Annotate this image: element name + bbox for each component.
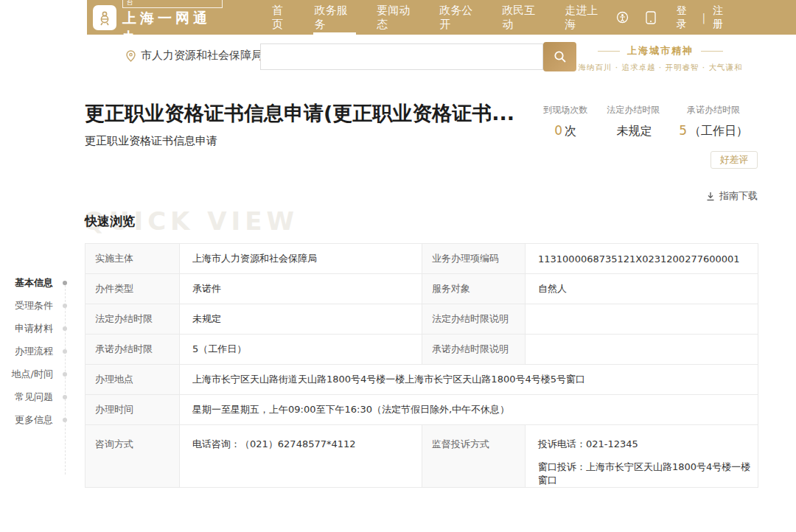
sidebar-dot (63, 326, 67, 331)
sidebar-item-basic-info[interactable]: 基本信息 (0, 271, 73, 294)
table-row: 办理时间 星期一至星期五，上午09:00至下午16:30（法定节假日除外,中午不… (85, 395, 758, 425)
quick-view-heading: 快速浏览 (85, 213, 135, 230)
sidebar-item-label: 常见问题 (15, 391, 53, 402)
cell-label: 办理时间 (85, 395, 180, 425)
stat-label: 承诺办结时限 (679, 104, 748, 116)
sidebar-item-faq[interactable]: 常见问题 (0, 385, 73, 408)
stat-value: 0次 (543, 123, 587, 139)
agency-name: 市人力资源和社会保障局 (141, 49, 262, 63)
guide-download-label: 指南下载 (719, 189, 758, 203)
spirit-line-left (598, 51, 620, 52)
quick-view-table: 实施主体 上海市人力资源和社会保障局 业务办理项编码 1131000068735… (85, 243, 758, 488)
logo-mascot-icon (93, 5, 116, 30)
accessibility-icon[interactable] (616, 11, 629, 24)
sidebar-item-label: 办理流程 (15, 346, 53, 357)
search-input[interactable] (260, 43, 543, 70)
cell-label: 承诺办结时限说明 (422, 335, 526, 365)
national-platform-badge: 全国一体化在线政务服务平台 (122, 0, 223, 8)
page: 全国一体化在线政务服务平台 上海一网通办 首页 政务服务 要闻动态 政务公开 政… (0, 0, 796, 532)
cell-label: 法定办结时限 (85, 304, 180, 335)
spirit-line-right (701, 51, 723, 52)
table-row: 咨询方式 电话咨询：（021）62748577*4112 监督投诉方式 投诉电话… (85, 425, 758, 488)
search-section: 市人力资源和社会保障局 上海城市精神 海纳百川 · 追求卓越 · 开明睿智 · … (87, 42, 796, 73)
cell-label: 法定办结时限说明 (422, 304, 526, 335)
nav-item-government-services[interactable]: 政务服务 (303, 0, 366, 35)
table-row: 承诺办结时限 5（工作日） 承诺办结时限说明 (85, 335, 758, 365)
login-link[interactable]: 登录 (677, 4, 695, 31)
sidebar-item-label: 申请材料 (15, 323, 53, 334)
nav-item-public-interaction[interactable]: 政民互动 (491, 0, 554, 35)
cell-value: 电话咨询：（021）62748577*4112 (180, 425, 422, 488)
table-row: 实施主体 上海市人力资源和社会保障局 业务办理项编码 1131000068735… (85, 244, 758, 274)
cell-value: 未规定 (180, 304, 422, 335)
register-link[interactable]: 注册 (713, 4, 731, 31)
nav-item-enter-shanghai[interactable]: 走进上海 (554, 0, 616, 35)
cell-value: 上海市长宁区天山路街道天山路1800号4号楼一楼上海市长宁区天山路1800号4号… (180, 365, 758, 395)
cell-label: 办件类型 (85, 274, 180, 304)
complaint-window: 窗口投诉：上海市长宁区天山路1800号4号楼一楼窗口 (538, 461, 758, 487)
cell-value-multiline: 投诉电话：021-12345 窗口投诉：上海市长宁区天山路1800号4号楼一楼窗… (526, 425, 758, 488)
sidebar-dot (63, 281, 67, 285)
service-title: 更正职业资格证书信息申请(更正职业资格证书... (85, 100, 527, 127)
cell-label: 监督投诉方式 (422, 425, 526, 488)
cell-label: 咨询方式 (85, 425, 180, 488)
cell-value: 承诺件 (180, 274, 422, 304)
cell-value: 5（工作日） (180, 335, 422, 365)
cell-value (526, 335, 758, 365)
city-spirit-title: 上海城市精神 (627, 44, 694, 57)
sidebar-item-more-info[interactable]: 更多信息 (0, 408, 73, 431)
cell-value (526, 304, 758, 335)
sidebar-dot (63, 304, 67, 308)
stat-value: 未规定 (607, 123, 660, 139)
table-row: 办理地点 上海市长宁区天山路街道天山路1800号4号楼一楼上海市长宁区天山路18… (85, 365, 758, 395)
sidebar-item-application-materials[interactable]: 申请材料 (0, 317, 73, 340)
stat-unit: 次 (565, 124, 576, 138)
stat-label: 法定办结时限 (607, 104, 660, 116)
cell-label: 办理地点 (85, 365, 180, 395)
sidebar-dot (63, 395, 67, 399)
cell-value: 自然人 (526, 274, 758, 304)
sidebar-item-location-time[interactable]: 地点/时间 (0, 363, 73, 385)
service-subtitle: 更正职业资格证书信息申请 (85, 134, 217, 148)
stat-onsite-visits: 到现场次数 0次 (534, 104, 597, 139)
table-row: 办件类型 承诺件 服务对象 自然人 (85, 274, 758, 304)
cell-label: 承诺办结时限 (85, 335, 180, 365)
auth-links: 登录 | 注册 (677, 4, 731, 31)
cell-value: 星期一至星期五，上午09:00至下午16:30（法定节假日除外,中午不休息） (180, 395, 758, 425)
sidebar-item-label: 更多信息 (15, 414, 53, 425)
location-pin-icon (126, 50, 136, 62)
sidebar-item-label: 受理条件 (15, 300, 53, 311)
mobile-app-icon[interactable] (645, 11, 657, 24)
stat-unit: （工作日） (689, 124, 748, 138)
stat-unit: 未规定 (617, 124, 652, 138)
auth-divider: | (702, 12, 706, 24)
nav-item-news[interactable]: 要闻动态 (366, 0, 428, 35)
service-stats: 到现场次数 0次 法定办结时限 未规定 承诺办结时限 5（工作日） (534, 104, 758, 139)
stat-statutory-time-limit: 法定办结时限 未规定 (597, 104, 669, 139)
city-spirit-slogan: 海纳百川 · 追求卓越 · 开明睿智 · 大气谦和 (562, 63, 759, 73)
sidebar-item-acceptance-conditions[interactable]: 受理条件 (0, 294, 73, 317)
sidebar-dot (63, 349, 67, 354)
logo-text-block: 全国一体化在线政务服务平台 上海一网通办 (122, 0, 223, 47)
table-row: 法定办结时限 未规定 法定办结时限说明 (85, 304, 758, 335)
nav-item-home[interactable]: 首页 (261, 0, 303, 35)
guide-download-link[interactable]: 指南下载 (706, 189, 758, 203)
sidebar-dot (63, 418, 67, 422)
cell-label: 实施主体 (85, 244, 180, 274)
stat-label: 到现场次数 (543, 104, 587, 116)
cell-label: 服务对象 (422, 274, 526, 304)
download-icon (706, 192, 715, 201)
stat-promised-time-limit: 承诺办结时限 5（工作日） (669, 104, 758, 139)
sidebar-item-label: 基本信息 (15, 277, 53, 288)
stat-number: 0 (554, 123, 562, 138)
nav-item-public-disclosure[interactable]: 政务公开 (428, 0, 491, 35)
sidebar-item-process[interactable]: 办理流程 (0, 340, 73, 363)
top-header-bar: 全国一体化在线政务服务平台 上海一网通办 首页 政务服务 要闻动态 政务公开 政… (87, 0, 796, 35)
stat-number: 5 (679, 123, 687, 138)
complaint-phone: 投诉电话：021-12345 (538, 438, 758, 451)
site-logo[interactable]: 全国一体化在线政务服务平台 上海一网通办 (93, 0, 223, 47)
agency-selector[interactable]: 市人力资源和社会保障局 (126, 49, 262, 63)
stat-value: 5（工作日） (679, 123, 748, 139)
rating-button[interactable]: 好差评 (711, 151, 758, 169)
sidebar-dot (63, 372, 67, 377)
